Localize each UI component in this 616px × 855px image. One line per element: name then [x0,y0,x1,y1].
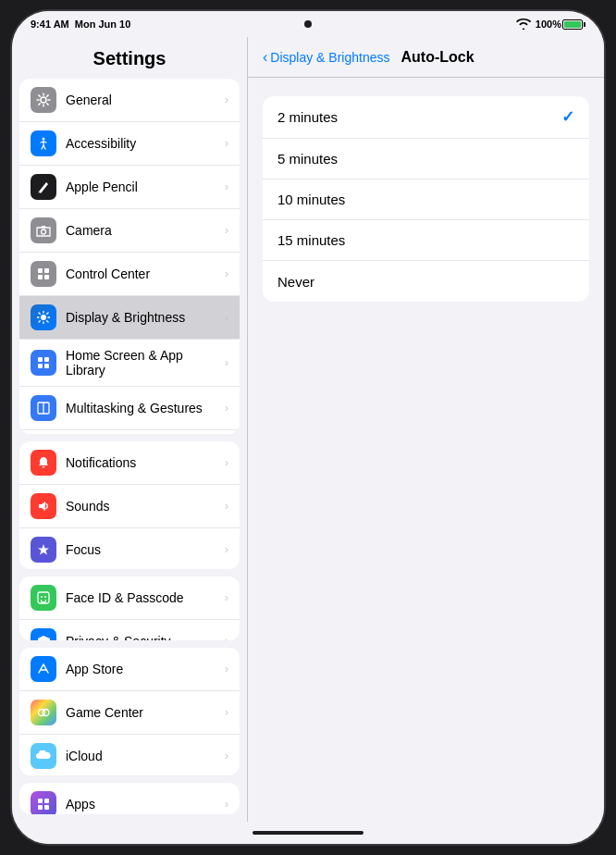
sidebar-item-privacy-label: Privacy & Security [66,634,171,640]
option-10min[interactable]: 10 minutes [263,180,589,220]
chevron-icon: › [225,706,228,719]
sidebar-item-focus-label: Focus [66,542,101,557]
privacy-icon [31,628,56,640]
sidebar-item-focus[interactable]: Focus › [19,528,240,569]
face-id-icon [31,585,56,611]
sidebar-item-sounds[interactable]: Sounds › [19,485,240,528]
sidebar-item-face-id[interactable]: Face ID & Passcode › [19,576,240,620]
chevron-icon: › [225,180,228,193]
status-indicators: 100% [516,19,585,30]
chevron-icon: › [225,93,228,106]
sidebar-item-general[interactable]: General › [19,79,240,122]
settings-group-2: Notifications › Sounds › Focus › [19,441,240,569]
svg-rect-20 [38,592,49,603]
sidebar-item-multitasking-label: Multitasking & Gestures [66,401,203,415]
home-bar [253,831,363,835]
sidebar-item-apple-pencil[interactable]: Apple Pencil › [19,166,240,209]
front-camera-dot [304,20,312,28]
chevron-icon: › [225,798,228,811]
detail-header: ‹ Display & Brightness Auto-Lock [248,37,604,78]
sidebar: Settings General › Accessibility › [12,37,248,822]
sidebar-item-icloud[interactable]: iCloud › [19,735,240,775]
sidebar-item-apps-label: Apps [66,797,95,812]
sidebar-item-notifications-label: Notifications [66,455,136,470]
apps-icon [31,791,56,814]
back-button-label: Display & Brightness [270,50,389,65]
settings-group-3: Face ID & Passcode › Privacy & Security … [19,576,240,640]
sidebar-item-camera[interactable]: Camera › [19,209,240,253]
svg-rect-4 [44,268,49,273]
sidebar-item-notifications[interactable]: Notifications › [19,441,240,485]
general-icon [31,87,56,113]
sidebar-item-display-brightness[interactable]: Display & Brightness › [19,296,240,340]
battery-fill [564,21,581,28]
home-screen-icon [31,350,56,376]
option-never[interactable]: Never [263,261,589,302]
sounds-icon [31,493,56,519]
settings-group-1: General › Accessibility › Apple Pencil › [19,79,240,434]
sidebar-item-app-store[interactable]: App Store › [19,648,240,691]
sidebar-item-game-center[interactable]: Game Center › [19,691,240,735]
svg-point-24 [43,709,49,715]
svg-rect-10 [38,364,43,368]
option-5min-label: 5 minutes [277,151,338,167]
svg-rect-9 [44,357,49,362]
svg-rect-29 [38,805,43,810]
settings-group-4: App Store › Game Center › iCloud › [19,648,240,775]
option-15min[interactable]: 15 minutes [263,220,589,261]
chevron-icon: › [225,311,228,324]
sidebar-item-game-center-label: Game Center [66,705,143,720]
sidebar-item-search[interactable]: Search › [19,430,240,434]
option-15min-label: 15 minutes [277,232,345,248]
sidebar-item-accessibility[interactable]: Accessibility › [19,122,240,166]
detail-content: 2 minutes ✓ 5 minutes 10 minutes 15 minu… [248,78,604,822]
checkmark-2min: ✓ [561,107,574,127]
home-indicator [12,822,604,844]
option-5min[interactable]: 5 minutes [263,139,589,180]
sidebar-item-app-store-label: App Store [66,662,123,676]
svg-rect-30 [44,805,49,810]
chevron-icon: › [225,663,228,675]
svg-rect-5 [38,275,43,279]
sidebar-item-apps[interactable]: Apps › [19,783,240,814]
chevron-icon: › [225,543,228,556]
main-content: Settings General › Accessibility › [12,37,604,822]
svg-point-7 [41,315,46,320]
sidebar-item-privacy[interactable]: Privacy & Security › [19,620,240,640]
sidebar-item-icloud-label: iCloud [66,749,103,763]
time-display: 9:41 AM [31,19,69,30]
svg-point-1 [43,138,45,141]
svg-rect-11 [44,364,49,368]
battery-percentage: 100% [536,19,561,30]
detail-page-title: Auto-Lock [401,49,474,66]
notifications-icon [31,450,56,476]
option-2min[interactable]: 2 minutes ✓ [263,96,589,139]
back-button[interactable]: ‹ Display & Brightness [263,49,390,66]
date-display: Mon Jun 10 [75,19,131,30]
chevron-icon: › [225,635,228,640]
apple-pencil-icon [31,174,56,200]
wifi-icon [516,19,531,30]
option-never-label: Never [277,274,314,290]
sidebar-item-control-center[interactable]: Control Center › [19,253,240,296]
sidebar-item-multitasking[interactable]: Multitasking & Gestures › [19,387,240,430]
chevron-icon: › [225,402,228,415]
chevron-icon: › [225,224,228,237]
chevron-icon: › [225,591,228,604]
settings-group-5: Apps › [19,783,240,814]
multitasking-icon [31,395,56,421]
icloud-icon [31,743,56,769]
game-center-icon [31,700,56,725]
sidebar-title: Settings [12,37,247,79]
sidebar-item-home-screen[interactable]: Home Screen & App Library › [19,340,240,387]
sidebar-item-accessibility-label: Accessibility [66,136,136,151]
chevron-icon: › [225,456,228,469]
battery-indicator: 100% [536,19,585,30]
svg-rect-8 [38,357,43,362]
focus-icon [31,537,56,563]
svg-rect-3 [38,268,43,273]
svg-point-0 [41,97,46,103]
battery-tip [584,22,585,27]
chevron-icon: › [225,137,228,150]
sidebar-item-face-id-label: Face ID & Passcode [66,590,184,605]
